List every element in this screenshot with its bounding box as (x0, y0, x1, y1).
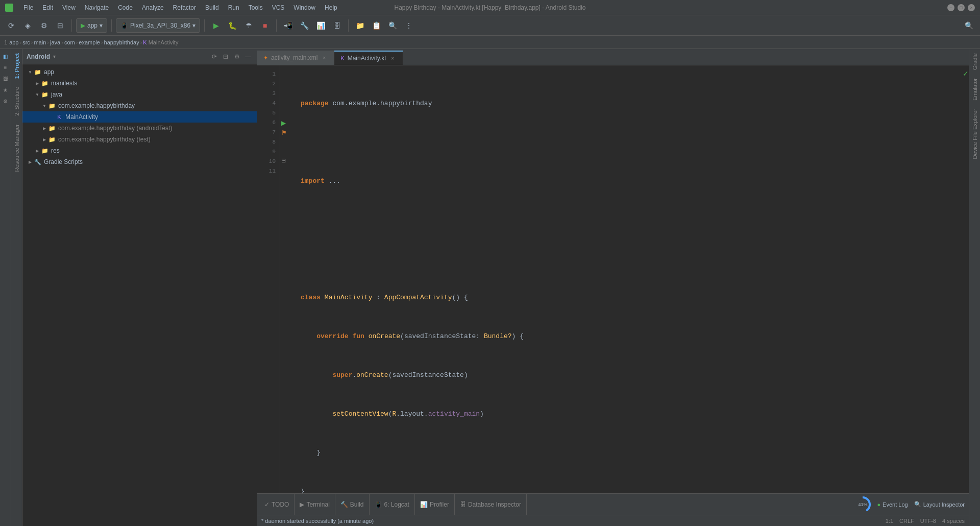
right-tab-device-file-explorer[interactable]: Device File Explorer (970, 105, 980, 163)
stop-button[interactable]: ■ (258, 18, 272, 33)
tree-item-mainactivity[interactable]: ▶ K MainActivity (22, 111, 257, 123)
close-button[interactable]: × (968, 4, 975, 11)
tree-item-gradle[interactable]: ▶ 🔧 Gradle Scripts (22, 156, 257, 168)
breadcrumb-java[interactable]: java (50, 39, 60, 45)
toolbar-sync-button[interactable]: ⟳ (4, 18, 18, 33)
tab-logcat[interactable]: 📱 6: Logcat (370, 494, 415, 515)
android-dropdown-arrow[interactable]: ▾ (53, 54, 56, 59)
tree-item-app[interactable]: ▼ 📁 app (22, 66, 257, 78)
debug-gutter-icon[interactable]: ⚑ (281, 129, 287, 136)
menu-file[interactable]: File (19, 3, 37, 13)
tab-build[interactable]: 🔨 Build (335, 494, 370, 515)
left-tab-project[interactable]: 1: Project (12, 49, 22, 83)
run-button[interactable]: ▶ (209, 18, 223, 33)
resource-manager-toggle[interactable]: 🖼 (1, 74, 11, 84)
fold-icon-10[interactable]: ⊟ (281, 157, 286, 163)
avd-manager-button[interactable]: 📲 (281, 18, 295, 33)
tab-terminal[interactable]: ▶ Terminal (295, 494, 335, 515)
code-content[interactable]: package com.example.happybirthday import… (295, 65, 969, 493)
toolbar-search-everywhere-button[interactable]: ◈ (20, 18, 35, 33)
sdk-manager-button[interactable]: 🔧 (297, 18, 311, 33)
run-gutter-icon[interactable]: ▶ (281, 119, 286, 127)
right-tab-emulator[interactable]: Emulator (970, 74, 980, 105)
breadcrumb-app[interactable]: app (9, 39, 18, 45)
panel-minimize-btn[interactable]: — (243, 52, 253, 61)
tree-item-androidtest[interactable]: ▶ 📁 com.example.happybirthday (androidTe… (22, 123, 257, 134)
code-line-11: } (301, 487, 965, 493)
database-button[interactable]: 🗄 (330, 18, 344, 33)
cursor-position[interactable]: 1:1 (886, 518, 893, 524)
panel-sync-btn[interactable]: ⟳ (210, 52, 219, 61)
layout-inspector-tb-button[interactable]: 🔍 (385, 18, 400, 33)
right-tab-gradle[interactable]: Gradle (970, 49, 980, 74)
project-panel-toggle[interactable]: ◧ (1, 51, 11, 61)
left-tab-resource-manager[interactable]: Resource Manager (12, 120, 22, 176)
menu-analyze[interactable]: Analyze (138, 3, 168, 13)
tree-item-manifests[interactable]: ▶ 📁 manifests (22, 78, 257, 89)
tab-mainactivity[interactable]: K MainActivity.kt × (334, 51, 403, 65)
profiler-button[interactable]: 📊 (313, 18, 328, 33)
menu-build[interactable]: Build (201, 3, 223, 13)
menu-vcs[interactable]: VCS (268, 3, 289, 13)
breadcrumb-src[interactable]: src (22, 39, 30, 45)
tree-item-java[interactable]: ▼ 📁 java (22, 89, 257, 100)
panel-settings-btn[interactable]: ⚙ (232, 52, 241, 61)
menu-view[interactable]: View (58, 3, 80, 13)
menu-window[interactable]: Window (289, 3, 320, 13)
tree-item-res[interactable]: ▶ 📁 res (22, 145, 257, 156)
more-button[interactable]: ⋮ (402, 18, 416, 33)
tab-activity-main[interactable]: ✦ activity_main.xml × (257, 51, 334, 65)
menu-code[interactable]: Code (114, 3, 137, 13)
menu-help[interactable]: Help (321, 3, 341, 13)
gutter-2 (281, 79, 293, 89)
tab-database-inspector[interactable]: 🗄 Database Inspector (455, 494, 527, 515)
favorites-toggle[interactable]: ★ (1, 85, 11, 95)
breadcrumb-happybirthday[interactable]: happybirthday (104, 39, 139, 45)
breadcrumb-com[interactable]: com (64, 39, 75, 45)
line-num-1: 1 (257, 69, 280, 79)
breadcrumb-example[interactable]: example (79, 39, 100, 45)
coverage-button[interactable]: ☂ (241, 18, 256, 33)
debug-button[interactable]: 🐛 (225, 18, 239, 33)
structure-panel-toggle[interactable]: ≡ (1, 62, 11, 73)
menu-tools[interactable]: Tools (244, 3, 267, 13)
minimize-button[interactable]: − (947, 4, 954, 11)
menu-run[interactable]: Run (224, 3, 243, 13)
logcat-button[interactable]: 📋 (369, 18, 383, 33)
line-num-8: 8 (257, 137, 280, 147)
toolbar-settings-button[interactable]: ⚙ (37, 18, 51, 33)
tab-activity-main-close[interactable]: × (321, 54, 328, 61)
breadcrumb-main[interactable]: main (34, 39, 46, 45)
event-log-btn[interactable]: ● Event Log (877, 501, 908, 508)
tab-profiler-label: Profiler (430, 501, 449, 508)
tree-item-package[interactable]: ▼ 📁 com.example.happybirthday (22, 100, 257, 111)
token-1-3: com.example.happybirthday (332, 99, 432, 108)
arrow-gradle: ▶ (27, 158, 34, 165)
code-editor[interactable]: 1 2 3 4 5 6 7 8 9 10 11 ▶ (257, 65, 969, 493)
indent-size[interactable]: 4 spaces (942, 518, 965, 524)
tab-mainactivity-close[interactable]: × (389, 55, 397, 62)
tree-label-gradle: Gradle Scripts (44, 158, 83, 165)
breadcrumb-kt-icon: K (143, 39, 146, 45)
panel-collapse-btn[interactable]: ⊟ (221, 52, 230, 61)
tab-todo[interactable]: ✓ TODO (259, 494, 295, 515)
device-file-button[interactable]: 📁 (353, 18, 367, 33)
tab-profiler[interactable]: 📊 Profiler (415, 494, 455, 515)
menu-refactor[interactable]: Refactor (169, 3, 200, 13)
device-dropdown[interactable]: 📱 Pixel_3a_API_30_x86 ▾ (116, 18, 200, 33)
encoding[interactable]: UTF-8 (920, 518, 936, 524)
layout-inspector-btn[interactable]: 🔍 Layout Inspector (914, 501, 965, 508)
toolbar-collapse-button[interactable]: ⊟ (53, 18, 67, 33)
menu-edit[interactable]: Edit (38, 3, 57, 13)
token-8-1: super (332, 370, 352, 380)
left-tab-structure[interactable]: 2: Structure (12, 83, 22, 120)
maximize-button[interactable]: □ (958, 4, 965, 11)
run-config-dropdown[interactable]: ▶ app ▾ (76, 18, 107, 33)
breadcrumb-mainactivity[interactable]: K MainActivity (143, 39, 178, 45)
menu-navigate[interactable]: Navigate (81, 3, 113, 13)
build-variants-toggle[interactable]: ⚙ (1, 96, 11, 106)
line-separator[interactable]: CRLF (899, 518, 914, 524)
search-everywhere-button[interactable]: 🔍 (962, 18, 976, 33)
tree-item-test[interactable]: ▶ 📁 com.example.happybirthday (test) (22, 134, 257, 145)
gutter-1 (281, 69, 293, 79)
